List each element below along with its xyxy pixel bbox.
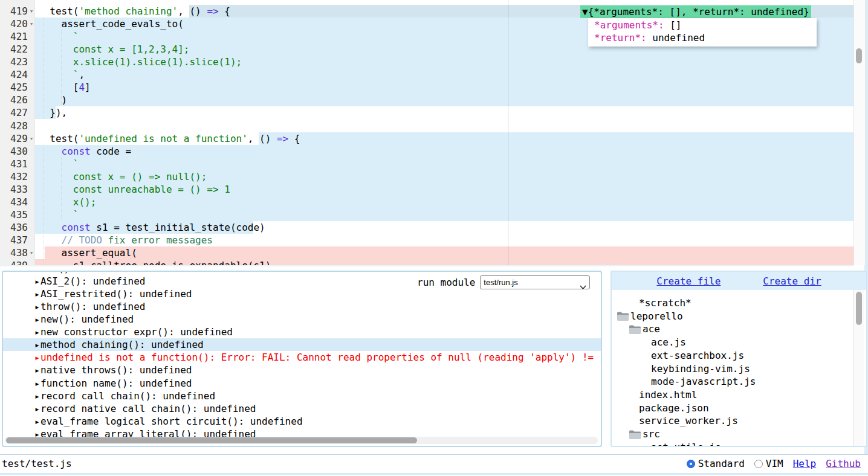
test-result-item[interactable]: ▸method chaining(): undefined — [3, 338, 601, 351]
code-line[interactable]: test('method chaining', () => { — [38, 5, 230, 18]
help-link[interactable]: Help — [793, 458, 817, 469]
test-result-item[interactable]: ▸new(): undefined — [3, 313, 601, 326]
code-line[interactable]: ` — [38, 158, 79, 170]
code-line[interactable]: test('undefined is not a function', () =… — [38, 132, 300, 145]
run-module-select[interactable]: test/run.js — [480, 275, 590, 289]
gutter-line-number: 437 — [0, 234, 28, 246]
test-result-item[interactable]: ▸record call chain(): undefined — [3, 390, 601, 402]
code-line[interactable]: // TODO fix error messages — [38, 234, 213, 246]
code-line[interactable]: const unreachable = () => 1 — [38, 183, 230, 196]
run-module-label: run module — [417, 277, 475, 288]
gutter-line-number: 429 — [0, 132, 28, 145]
file-tree-item-label: service_worker.js — [639, 414, 738, 428]
gutter-line-number: 433 — [0, 183, 28, 196]
tooltip-entry-return[interactable]: *return*: undefined — [594, 31, 817, 44]
file-tree-item-label: mode-javascript.js — [651, 375, 756, 388]
test-result-item[interactable]: ▸undefined is not a function(): Error: F… — [3, 351, 601, 364]
gutter-line-number: 434 — [0, 196, 28, 208]
expand-arrow-icon: ▸ — [34, 289, 40, 300]
highlight-region — [35, 208, 853, 221]
file-tree-item[interactable]: leporello — [612, 310, 853, 323]
editor-gutter: 419▾420▾421422423424425426427428429▾4304… — [0, 0, 35, 265]
code-line[interactable]: x(); — [38, 196, 96, 208]
file-tree-item-label: ast_utils.js — [651, 441, 721, 447]
file-tree-item[interactable]: mode-javascript.js — [612, 375, 853, 388]
gutter-line-number: 425 — [0, 81, 28, 94]
tooltip-entry-arguments[interactable]: *arguments*: [] — [594, 19, 817, 31]
highlight-region — [35, 68, 853, 81]
code-line[interactable]: assert_equal( — [38, 246, 137, 259]
code-line[interactable]: ` — [38, 208, 79, 221]
file-tree-item[interactable]: ace — [612, 323, 853, 336]
file-panel-header: Create file Create dir — [612, 272, 866, 290]
fold-widget[interactable]: ▾ — [28, 5, 35, 18]
gutter-line-number: 419 — [0, 5, 28, 18]
file-tree-item[interactable]: index.html — [612, 388, 853, 402]
code-line[interactable]: const x = [1,2,3,4]; — [38, 43, 189, 56]
expand-arrow-icon: ▸ — [34, 352, 40, 363]
tooltip-header[interactable]: ▼{*arguments*: [], *return*: undefined} — [580, 5, 811, 18]
keybinding-option-standard[interactable]: Standard — [687, 458, 745, 469]
keybinding-label-standard: Standard — [698, 458, 745, 469]
code-line[interactable]: [4] — [38, 81, 91, 94]
gutter-line-number: 423 — [0, 56, 28, 68]
file-tree-item-label: *scratch* — [639, 297, 691, 310]
gutter-line-number: 432 — [0, 170, 28, 183]
file-tree-item-label: package.json — [639, 402, 709, 415]
file-tree-item[interactable]: ext-searchbox.js — [612, 349, 853, 362]
test-result-item[interactable]: ▸function name(): undefined — [3, 377, 601, 390]
code-line[interactable]: }), — [38, 106, 67, 119]
create-dir-link[interactable]: Create dir — [763, 275, 821, 287]
test-result-item[interactable]: ▸ASI_restrited(): undefined — [3, 288, 601, 300]
file-tree-item[interactable]: ast_utils.js — [612, 441, 853, 447]
fold-widget[interactable]: ▾ — [28, 18, 35, 30]
fold-widget[interactable]: ▾ — [28, 246, 35, 259]
gutter-line-number: 421 — [0, 30, 28, 43]
gutter-line-number: 435 — [0, 208, 28, 221]
folder-icon — [629, 429, 641, 440]
code-line[interactable]: s1.calltree_node_is_expandable(s1) — [38, 259, 271, 266]
test-result-item[interactable]: ▸record native call chain(): undefined — [3, 402, 601, 415]
github-link[interactable]: Github — [826, 458, 861, 469]
gutter-line-number: 420 — [0, 18, 28, 30]
code-line[interactable]: assert_code_evals_to( — [38, 18, 184, 30]
test-result-item[interactable]: ▸eval_frame logical short circuit(): und… — [3, 415, 601, 428]
page-bottom-strip — [0, 473, 868, 475]
file-tree-item[interactable]: ace.js — [612, 336, 853, 349]
code-line[interactable]: `, — [38, 68, 85, 81]
gutter-line-number: 438 — [0, 246, 28, 259]
radio-unselected-icon[interactable] — [754, 460, 763, 468]
radio-selected-icon[interactable] — [687, 460, 695, 468]
file-tree-item[interactable]: keybinding-vim.js — [612, 362, 853, 376]
folder-icon — [629, 324, 641, 335]
file-tree-item[interactable]: service_worker.js — [612, 414, 853, 428]
test-result-item[interactable]: ▸throw(): undefined — [3, 300, 601, 313]
file-tree-item[interactable]: *scratch* — [612, 297, 853, 310]
highlight-region — [45, 246, 853, 259]
code-line[interactable]: ` — [38, 30, 79, 43]
test-result-item[interactable]: ▸new constructor expr(): undefined — [3, 326, 601, 338]
keybinding-option-vim[interactable]: VIM — [754, 458, 783, 469]
file-tree-item-label: leporello — [630, 310, 683, 323]
file-tree-item[interactable]: package.json — [612, 402, 853, 415]
fold-widget[interactable]: ▾ — [28, 132, 35, 145]
expand-arrow-icon: ▸ — [34, 301, 40, 312]
file-tree-vertical-scrollbar[interactable] — [853, 290, 864, 446]
editor-vertical-scrollbar-thumb[interactable] — [856, 48, 862, 63]
code-line[interactable]: ) — [38, 94, 67, 106]
code-line[interactable]: x.slice(1).slice(1).slice(1); — [38, 56, 242, 68]
code-line[interactable]: const s1 = test_initial_state(code) — [38, 221, 265, 234]
expand-arrow-icon: ▸ — [34, 378, 40, 389]
folder-icon — [617, 311, 629, 321]
code-line[interactable]: const code = — [38, 145, 131, 158]
log-horizontal-scrollbar-thumb[interactable] — [6, 437, 417, 443]
create-file-link[interactable]: Create file — [656, 275, 721, 287]
editor-vertical-scrollbar[interactable] — [853, 0, 866, 265]
file-tree-vertical-scrollbar-thumb[interactable] — [856, 292, 862, 325]
log-horizontal-scrollbar[interactable] — [5, 437, 598, 444]
test-result-item[interactable]: ▸native throws(): undefined — [3, 364, 601, 376]
code-line[interactable]: const x = () => null(); — [38, 170, 207, 183]
file-tree-item[interactable]: src — [612, 428, 853, 441]
tooltip-expansion: *arguments*: [] *return*: undefined — [588, 18, 817, 47]
test-result-item[interactable]: ▸ASI(): undefined — [3, 271, 601, 275]
